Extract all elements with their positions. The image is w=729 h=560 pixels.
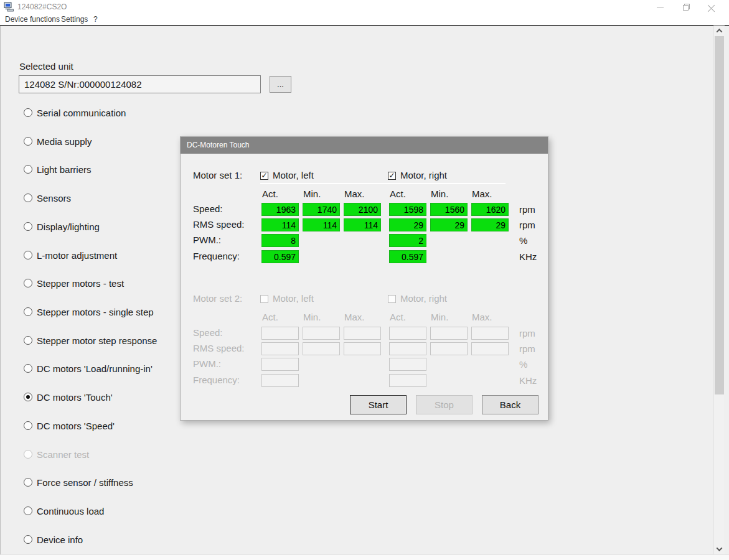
radio-selected-icon — [24, 393, 32, 401]
row-label-pwm: PWM.: — [193, 235, 221, 245]
row-label-rms-speed: RMS speed: — [193, 219, 245, 230]
test-option-label: Force sensor / stiffness — [37, 477, 133, 488]
window-titlebar[interactable]: 124082#CS2O — [0, 0, 729, 14]
motor-set-2-label: Motor set 2: — [193, 293, 242, 304]
unit-percent: % — [519, 235, 527, 246]
scrollbar-thumb[interactable] — [715, 36, 724, 394]
scroll-down-button[interactable] — [714, 544, 725, 554]
test-option-display-lighting[interactable]: Display/lighting — [24, 221, 100, 232]
test-option-l-motor-adjustment[interactable]: L-motor adjustment — [24, 250, 117, 261]
unit-rpm: rpm — [519, 220, 535, 230]
col-header-min: Min. — [303, 312, 321, 322]
motor-right-2-label: Motor, right — [400, 293, 447, 304]
selected-unit-label: Selected unit — [19, 61, 73, 72]
start-button[interactable]: Start — [350, 395, 407, 414]
test-option-sensors[interactable]: Sensors — [24, 192, 71, 203]
restore-button[interactable] — [677, 0, 695, 14]
back-button[interactable]: Back — [482, 395, 539, 414]
vertical-scrollbar[interactable] — [713, 26, 724, 554]
test-option-label: Media supply — [37, 136, 92, 147]
test-option-label: Scanner test — [37, 449, 89, 460]
restore-icon — [682, 3, 690, 11]
test-option-serial-communication[interactable]: Serial communication — [24, 107, 126, 118]
menu-settings[interactable]: Settings — [61, 15, 88, 24]
empty-field — [344, 342, 381, 355]
test-option-force-sensor-stiffness[interactable]: Force sensor / stiffness — [24, 477, 133, 488]
col-header-max: Max. — [344, 312, 365, 322]
chevron-down-icon — [717, 545, 723, 551]
empty-field — [389, 342, 426, 355]
col-header-act: Act. — [262, 189, 278, 199]
test-option-light-barriers[interactable]: Light barriers — [24, 164, 92, 175]
empty-field — [344, 327, 381, 340]
test-option-stepper-motors-single-step[interactable]: Stepper motors - single step — [24, 306, 154, 317]
selected-unit-input[interactable] — [19, 75, 261, 93]
test-option-label: Serial communication — [37, 108, 126, 118]
empty-field — [471, 327, 509, 340]
radio-icon — [24, 222, 32, 231]
radio-icon — [24, 279, 32, 287]
motor-left-1-label: Motor, left — [273, 170, 314, 180]
empty-field — [430, 342, 468, 355]
radio-icon — [24, 165, 32, 174]
radio-icon — [24, 364, 32, 373]
radio-icon — [24, 194, 32, 202]
col-header-act: Act. — [390, 189, 406, 199]
motor-left-1-checkbox[interactable]: ✓ — [260, 172, 268, 180]
empty-field — [303, 327, 340, 340]
test-option-stepper-motors-test[interactable]: Stepper motors - test — [24, 278, 124, 289]
value-speed-left-max: 2100 — [344, 203, 381, 216]
test-option-label: Stepper motors - single step — [37, 307, 154, 317]
radio-icon — [24, 478, 32, 487]
stop-button: Stop — [416, 395, 473, 414]
empty-field — [261, 358, 299, 371]
col-header-min: Min. — [303, 189, 321, 199]
menu-bar: Device functions Settings ? — [0, 14, 729, 25]
value-rms-left-act: 114 — [261, 218, 299, 231]
test-option-dc-motors-load-running-in[interactable]: DC motors 'Load/running-in' — [24, 363, 153, 374]
radio-icon — [24, 506, 32, 515]
app-icon — [4, 2, 14, 12]
test-option-label: Sensors — [37, 193, 71, 203]
close-button[interactable] — [702, 0, 720, 14]
test-option-label: Stepper motors - test — [37, 278, 124, 289]
row-label-rms-speed: RMS speed: — [193, 343, 245, 353]
test-option-scanner-test: Scanner test — [24, 449, 89, 460]
minimize-icon — [657, 7, 664, 7]
col-header-max: Max. — [472, 312, 492, 322]
empty-field — [389, 374, 426, 387]
browse-unit-button[interactable]: ... — [270, 76, 291, 93]
row-label-pwm: PWM.: — [193, 358, 221, 369]
scroll-up-button[interactable] — [714, 26, 725, 36]
motor-right-1-checkbox[interactable]: ✓ — [388, 172, 396, 180]
test-option-label: DC motors 'Speed' — [37, 421, 115, 431]
empty-field — [389, 327, 426, 340]
value-rms-right-act: 29 — [389, 218, 426, 231]
test-option-continuous-load[interactable]: Continuous load — [24, 505, 104, 516]
empty-field — [430, 327, 468, 340]
menu-help[interactable]: ? — [93, 15, 98, 24]
menu-device-functions[interactable]: Device functions — [5, 15, 60, 24]
empty-field — [471, 342, 509, 355]
radio-disabled-icon — [24, 450, 32, 459]
value-frequency-right: 0.597 — [389, 250, 426, 263]
minimize-button[interactable] — [651, 0, 669, 14]
value-frequency-left: 0.597 — [261, 250, 299, 263]
test-option-media-supply[interactable]: Media supply — [24, 136, 92, 147]
dc-motors-touch-dialog: DC-Motoren Touch Motor set 1: ✓ Motor, l… — [180, 136, 548, 421]
empty-field — [389, 358, 426, 371]
test-option-dc-motors-speed[interactable]: DC motors 'Speed' — [24, 420, 115, 431]
empty-field — [261, 327, 299, 340]
empty-field — [261, 374, 299, 387]
dialog-titlebar[interactable]: DC-Motoren Touch — [181, 137, 548, 154]
col-header-max: Max. — [472, 189, 492, 199]
value-speed-right-min: 1560 — [430, 203, 468, 216]
test-option-device-info[interactable]: Device info — [24, 534, 83, 545]
radio-icon — [24, 421, 32, 430]
value-rms-right-min: 29 — [430, 218, 468, 231]
row-label-speed: Speed: — [193, 203, 223, 214]
test-option-dc-motors-touch[interactable]: DC motors 'Touch' — [24, 391, 113, 403]
test-option-stepper-motor-step-response[interactable]: Stepper motor step response — [24, 335, 157, 346]
value-speed-right-max: 1620 — [471, 203, 509, 216]
test-option-label: DC motors 'Touch' — [37, 392, 113, 403]
